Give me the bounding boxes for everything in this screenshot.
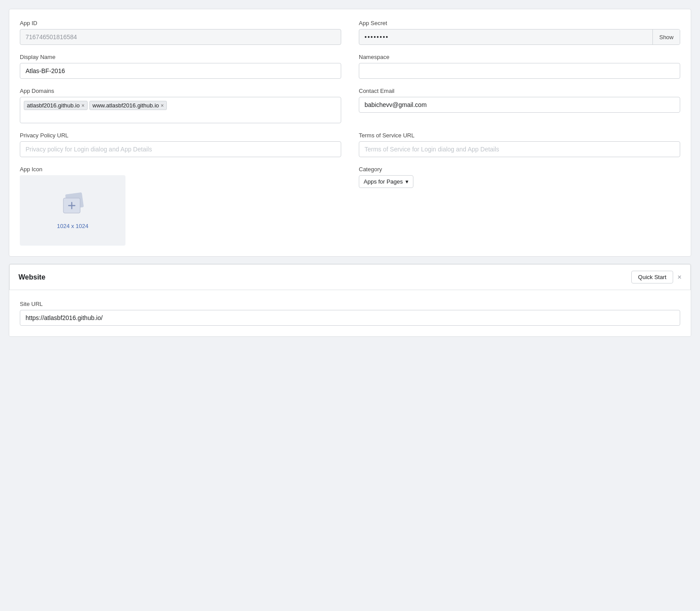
website-section-title: Website	[18, 273, 45, 281]
app-icon-upload[interactable]: 1024 x 1024	[20, 175, 125, 246]
privacy-policy-label: Privacy Policy URL	[20, 132, 341, 139]
image-placeholder-icon	[57, 192, 88, 218]
site-url-group: Site URL	[20, 301, 680, 326]
domain-tag-2-remove[interactable]: ×	[161, 103, 164, 108]
category-dropdown[interactable]: Apps for Pages ▾	[359, 175, 413, 188]
contact-email-input[interactable]	[359, 97, 680, 113]
app-settings-card: App ID App Secret •••••••• Show Display …	[9, 9, 691, 257]
domain-tag-2-text: www.atlasbf2016.github.io	[92, 102, 159, 109]
display-name-label: Display Name	[20, 54, 341, 60]
show-secret-button[interactable]: Show	[652, 29, 680, 44]
app-domains-wrapper[interactable]: atlasbf2016.github.io × www.atlasbf2016.…	[20, 97, 341, 123]
app-settings-grid: App ID App Secret •••••••• Show Display …	[20, 20, 680, 246]
app-domains-label: App Domains	[20, 88, 341, 94]
domain-tag-2: www.atlasbf2016.github.io ×	[89, 101, 167, 110]
quick-start-button[interactable]: Quick Start	[631, 271, 673, 283]
namespace-group: Namespace	[359, 54, 680, 79]
app-icon-label: App Icon	[20, 166, 341, 173]
contact-email-group: Contact Email	[359, 88, 680, 123]
category-selected: Apps for Pages	[364, 178, 403, 185]
namespace-label: Namespace	[359, 54, 680, 60]
app-icon-placeholder	[57, 192, 88, 218]
website-section-actions: Quick Start ×	[631, 271, 682, 283]
site-url-input[interactable]	[20, 310, 680, 326]
app-secret-group: App Secret •••••••• Show	[359, 20, 680, 45]
app-icon-group: App Icon 1024 x 1024	[20, 166, 341, 246]
namespace-input[interactable]	[359, 63, 680, 79]
privacy-policy-input[interactable]	[20, 141, 341, 157]
app-id-group: App ID	[20, 20, 341, 45]
website-section-header: Website Quick Start ×	[9, 264, 691, 290]
app-secret-dots: ••••••••	[359, 30, 652, 44]
display-name-group: Display Name	[20, 54, 341, 79]
category-label: Category	[359, 166, 680, 173]
website-section-close-button[interactable]: ×	[678, 274, 682, 281]
app-icon-dimensions: 1024 x 1024	[57, 223, 88, 229]
terms-of-service-group: Terms of Service URL	[359, 132, 680, 157]
app-id-input[interactable]	[20, 29, 341, 45]
contact-email-label: Contact Email	[359, 88, 680, 94]
domain-tag-1-remove[interactable]: ×	[81, 103, 85, 108]
terms-of-service-input[interactable]	[359, 141, 680, 157]
privacy-policy-group: Privacy Policy URL	[20, 132, 341, 157]
dropdown-arrow-icon: ▾	[405, 178, 409, 185]
app-secret-label: App Secret	[359, 20, 680, 26]
terms-of-service-label: Terms of Service URL	[359, 132, 680, 139]
display-name-input[interactable]	[20, 63, 341, 79]
website-body: Site URL	[9, 290, 691, 336]
domain-tag-1-text: atlasbf2016.github.io	[27, 102, 80, 109]
app-secret-wrapper: •••••••• Show	[359, 29, 680, 45]
app-domains-group: App Domains atlasbf2016.github.io × www.…	[20, 88, 341, 123]
website-section: Website Quick Start × Site URL	[9, 264, 691, 337]
domain-tag-1: atlasbf2016.github.io ×	[24, 101, 88, 110]
category-group: Category Apps for Pages ▾	[359, 166, 680, 246]
app-id-label: App ID	[20, 20, 341, 26]
site-url-label: Site URL	[20, 301, 680, 307]
